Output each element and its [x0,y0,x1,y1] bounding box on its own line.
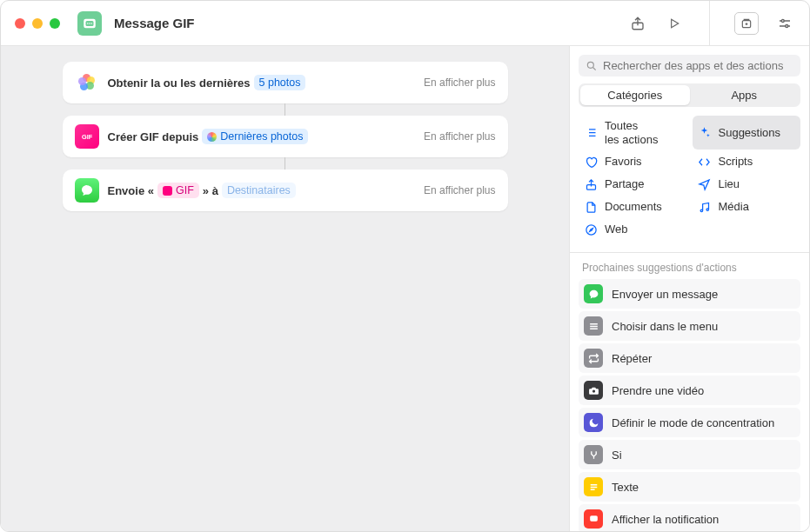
categories-grid: Toutes les actionsSuggestionsFavorisScri… [570,116,809,249]
svg-point-2 [87,23,89,24]
action-label: Envoie « [108,184,154,197]
category-label: Scripts [719,155,753,169]
suggestion-item[interactable]: Envoyer un message [579,279,800,309]
action-send-message[interactable]: Envoie « GIF » à Destinataires En affich… [63,170,508,211]
workflow-canvas: Obtenir la ou les dernières 5 photos En … [1,46,569,531]
source-token[interactable]: Dernières photos [202,129,308,144]
traffic-lights [15,18,60,29]
category-list[interactable]: Toutes les actions [579,116,687,150]
category-sparkle[interactable]: Suggestions [693,116,801,150]
category-label: Média [719,200,749,214]
category-music[interactable]: Média [693,196,801,217]
suggestions-list: Envoyer un messageChoisir dans le menuRé… [570,279,809,531]
suggestion-item[interactable]: Choisir dans le menu [579,311,800,341]
heart-icon [584,155,598,169]
suggestion-label: Envoyer un message [612,288,718,301]
suggestion-label: Si [612,449,622,462]
run-button[interactable] [664,13,685,34]
show-more-button[interactable]: En afficher plus [424,130,496,143]
sidebar-tabs: Catégories Apps [579,83,800,107]
share-button[interactable] [627,13,648,34]
connector [285,103,285,116]
suggestion-item[interactable]: Répéter [579,343,800,373]
action-label: Obtenir la ou les dernières [108,76,251,90]
show-more-button[interactable]: En afficher plus [424,76,496,89]
category-label: Web [605,223,628,236]
branch-icon [584,445,603,464]
titlebar: Message GIF [1,1,809,46]
camera-icon [584,381,603,400]
tab-categories[interactable]: Catégories [580,85,690,105]
close-window-button[interactable] [15,18,25,29]
svg-point-3 [89,23,90,24]
svg-point-4 [91,23,93,24]
menu-icon [584,316,603,336]
category-label: Toutes les actions [605,119,658,146]
bell-icon [584,509,603,529]
search-icon [586,60,598,72]
suggestion-item[interactable]: Si [579,440,800,469]
sparkle-icon [698,126,712,140]
zoom-window-button[interactable] [50,18,60,29]
repeat-icon [584,349,603,368]
recipients-token[interactable]: Destinataires [222,183,296,198]
photos-icon [75,70,99,95]
connector [285,157,285,170]
category-label: Documents [605,200,662,214]
text-icon [584,477,603,496]
category-label: Partage [605,177,645,191]
show-more-button[interactable]: En afficher plus [424,184,496,196]
action-get-latest-photos[interactable]: Obtenir la ou les dernières 5 photos En … [63,62,508,103]
category-location[interactable]: Lieu [693,174,801,195]
tab-apps[interactable]: Apps [690,85,800,105]
messages-icon [75,178,99,203]
svg-point-7 [781,19,784,22]
suggestion-label: Texte [612,481,639,494]
suggestion-item[interactable]: Définir le mode de concentration [579,408,800,437]
suggestion-item[interactable]: Texte [579,472,800,502]
suggestion-label: Répéter [612,352,652,365]
gif-icon: GIF [75,124,99,149]
share-icon [584,177,598,191]
message-icon [584,284,603,303]
search-field[interactable] [579,55,800,76]
category-script[interactable]: Scripts [693,151,801,172]
category-label: Suggestions [719,126,781,140]
category-heart[interactable]: Favoris [579,151,687,172]
category-label: Lieu [719,177,740,191]
action-create-gif[interactable]: GIF Créer GIF depuis Dernières photos En… [63,116,508,157]
svg-point-13 [706,208,709,210]
window-title: Message GIF [114,16,195,30]
doc-icon [584,200,598,214]
action-label: Créer GIF depuis [108,130,199,143]
action-label-mid: » à [203,184,218,197]
category-safari[interactable]: Web [579,219,687,240]
suggestion-item[interactable]: Afficher la notification [579,504,800,531]
category-label: Favoris [605,155,642,169]
minimize-window-button[interactable] [32,18,43,29]
settings-button[interactable] [774,13,795,34]
gif-token[interactable]: GIF [157,183,199,198]
script-icon [698,155,712,169]
actions-sidebar: Catégories Apps Toutes les actionsSugges… [569,46,809,531]
category-doc[interactable]: Documents [579,196,687,217]
suggestion-label: Prendre une vidéo [612,384,704,397]
category-share[interactable]: Partage [579,174,687,195]
svg-rect-16 [590,515,598,522]
safari-icon [584,223,598,236]
svg-text:GIF: GIF [82,133,93,141]
moon-icon [584,413,603,432]
search-input[interactable] [603,59,793,72]
svg-point-12 [700,209,703,212]
svg-point-10 [587,62,593,68]
music-icon [698,200,712,214]
shortcut-icon [77,11,102,36]
app-window: Message GIF [0,0,810,532]
suggestion-label: Choisir dans le menu [612,320,718,333]
svg-point-8 [786,24,788,27]
photo-count-token[interactable]: 5 photos [254,75,306,90]
list-icon [584,126,598,140]
suggestions-header: Prochaines suggestions d'actions [570,253,809,279]
suggestion-item[interactable]: Prendre une vidéo [579,376,800,405]
library-button[interactable] [734,12,759,35]
